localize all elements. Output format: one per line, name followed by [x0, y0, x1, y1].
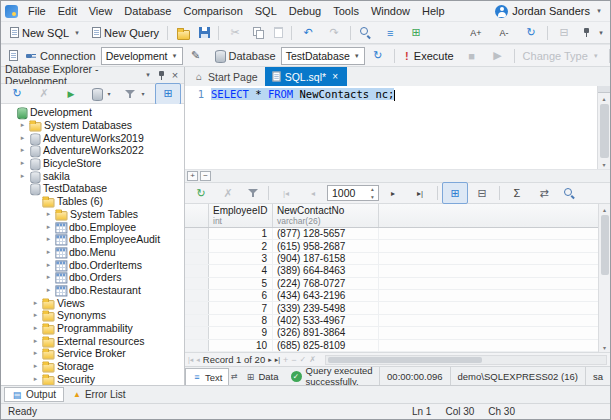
tree-item-tables-6[interactable]: Tables (6)	[1, 195, 184, 208]
tree-item-sakila[interactable]: ▸sakila	[1, 169, 184, 182]
tree-item-views[interactable]: ▸Views	[1, 296, 184, 309]
row-header[interactable]	[185, 340, 209, 351]
chevron-right-icon[interactable]: ▸	[17, 134, 28, 142]
scrollbar-thumb[interactable]	[600, 104, 609, 158]
tree-item-service-broker[interactable]: ▸Service Broker	[1, 347, 184, 360]
toolbar-overflow-icon[interactable]: ▾	[596, 25, 606, 41]
tree-item-dbo-orderitems[interactable]: ▸dbo.OrderItems	[1, 258, 184, 271]
chevron-right-icon[interactable]: ▸	[30, 311, 41, 319]
connect-button[interactable]: ▶	[58, 83, 84, 105]
stop-execution-button[interactable]: ■	[459, 45, 485, 67]
cell-employeeid[interactable]: 8	[209, 315, 273, 326]
cell-newcontactno[interactable]: (434) 643-2196	[273, 290, 379, 301]
tree-item-dbo-employee[interactable]: ▸dbo.Employee	[1, 220, 184, 233]
tab-data-view[interactable]: ⊞ Data	[239, 368, 284, 385]
chevron-right-icon[interactable]: ▸	[17, 121, 28, 129]
swap-views-icon[interactable]: ⇄	[229, 368, 239, 384]
scrollbar-thumb[interactable]	[601, 215, 609, 275]
debug-button[interactable]: ▶	[485, 45, 511, 67]
scroll-up-icon[interactable]: ▴	[602, 93, 605, 103]
chevron-right-icon[interactable]: ▸	[43, 261, 54, 269]
scrollbar-track[interactable]	[600, 103, 609, 159]
cell-employeeid[interactable]: 1	[209, 228, 273, 239]
first-record-icon[interactable]: |◂	[188, 356, 193, 364]
next-page-button[interactable]: ▸	[380, 182, 406, 204]
find-button[interactable]	[354, 23, 377, 42]
connection-select[interactable]: Development ▾	[101, 47, 183, 65]
table-row[interactable]: 7(339) 239-5498	[185, 302, 610, 314]
tree-item-programmability[interactable]: ▸Programmability	[1, 322, 184, 335]
row-header[interactable]	[185, 265, 209, 276]
snippets-button[interactable]: ⊞	[403, 22, 429, 44]
grid-find-button[interactable]	[558, 184, 581, 203]
chevron-right-icon[interactable]: ▸	[43, 223, 54, 231]
table-row[interactable]: 2(615) 958-2687	[185, 240, 610, 252]
edit-connection-button[interactable]: ✎	[183, 45, 209, 67]
menu-view[interactable]: View	[83, 3, 119, 19]
font-decrease-button[interactable]: A-	[490, 22, 518, 44]
cell-newcontactno[interactable]: (904) 187-6158	[273, 253, 379, 264]
cell-newcontactno[interactable]: (685) 825-8109	[273, 340, 379, 351]
table-row[interactable]: 3(904) 187-6158	[185, 253, 610, 265]
new-query-button[interactable]: New Query	[87, 24, 164, 42]
cell-employeeid[interactable]: 10	[209, 340, 273, 351]
append-record-icon[interactable]: +	[283, 355, 288, 365]
row-header[interactable]	[185, 240, 209, 251]
sql-editor[interactable]: 1 SELECT * FROM NewContacts nc; ▴ ▾	[185, 86, 610, 170]
tab-text-view[interactable]: ≡ Text	[185, 368, 229, 385]
table-row[interactable]: 6(434) 643-2196	[185, 290, 610, 302]
database-select[interactable]: TestDatabase ▾	[281, 47, 365, 65]
close-icon[interactable]: ×	[170, 67, 180, 83]
spinner-up-icon[interactable]: ▴	[367, 185, 378, 193]
delete-record-icon[interactable]: −	[291, 355, 296, 365]
tab-sql-file[interactable]: SQL.sql* ×	[265, 67, 347, 86]
tree-item-system-databases[interactable]: ▸System Databases	[1, 119, 184, 132]
first-page-button[interactable]: |◂	[273, 182, 299, 204]
copy-button[interactable]	[248, 24, 269, 41]
tree-item-development[interactable]: Development	[1, 106, 184, 119]
paste-button[interactable]	[269, 24, 288, 41]
menu-database[interactable]: Database	[118, 3, 177, 19]
table-row[interactable]: 8(402) 533-4967	[185, 315, 610, 327]
chevron-right-icon[interactable]: ▸	[17, 172, 28, 180]
post-edit-icon[interactable]: ✓	[300, 355, 307, 364]
tree-item-dbo-restaurant[interactable]: ▸dbo.Restaurant	[1, 284, 184, 297]
prev-page-button[interactable]: ◂	[300, 182, 326, 204]
grid-horizontal-scrollbar[interactable]	[325, 355, 607, 365]
cell-newcontactno[interactable]: (339) 239-5498	[273, 302, 379, 313]
chevron-right-icon[interactable]: ▸	[30, 362, 41, 370]
menu-sql[interactable]: SQL	[249, 3, 283, 19]
scrollbar-thumb[interactable]	[328, 357, 482, 363]
tree-item-external-resources[interactable]: ▸External resources	[1, 334, 184, 347]
grid-scrollbar[interactable]: ▴ ▾	[598, 204, 610, 352]
column-header-newcontactno[interactable]: NewContactNovarchar(26)	[273, 204, 379, 227]
cell-newcontactno[interactable]: (615) 958-2687	[273, 240, 379, 251]
chevron-right-icon[interactable]: ▸	[43, 235, 54, 243]
editor-scrollbar[interactable]: ▴ ▾	[597, 86, 610, 169]
last-page-button[interactable]: ▸|	[407, 182, 433, 204]
cancel-edit-icon[interactable]: ✗	[309, 355, 316, 364]
menu-window[interactable]: Window	[365, 3, 416, 19]
grid-filter-button[interactable]	[242, 184, 264, 202]
chevron-right-icon[interactable]: ▸	[43, 210, 54, 218]
row-header[interactable]	[185, 228, 209, 239]
explorer-delete-button[interactable]: ✗	[31, 83, 57, 105]
aggregates-button[interactable]: Σ	[504, 182, 530, 204]
refresh-results-button[interactable]: ↻	[188, 182, 214, 204]
save-button[interactable]	[194, 24, 215, 41]
code-area[interactable]: SELECT * FROM NewContacts nc;	[211, 86, 597, 169]
pin-icon[interactable]	[157, 70, 166, 81]
menu-edit[interactable]: Edit	[52, 3, 83, 19]
tab-start-page[interactable]: ⌂ Start Page	[187, 67, 265, 86]
card-view-button[interactable]: ⊟	[469, 182, 495, 204]
tree-item-storage[interactable]: ▸Storage	[1, 360, 184, 373]
next-record-icon[interactable]: ▸	[268, 356, 272, 364]
row-header[interactable]	[185, 315, 209, 326]
tree-item-dbo-employeeaudit[interactable]: ▸dbo.EmployeeAudit	[1, 233, 184, 246]
chevron-right-icon[interactable]: ▸	[43, 273, 54, 281]
cell-employeeid[interactable]: 5	[209, 278, 273, 289]
window-position-icon[interactable]: ▾	[143, 67, 153, 83]
chevron-right-icon[interactable]: ▸	[30, 337, 41, 345]
last-record-icon[interactable]: ▸|	[275, 356, 280, 364]
cell-newcontactno[interactable]: (326) 891-3864	[273, 327, 379, 338]
